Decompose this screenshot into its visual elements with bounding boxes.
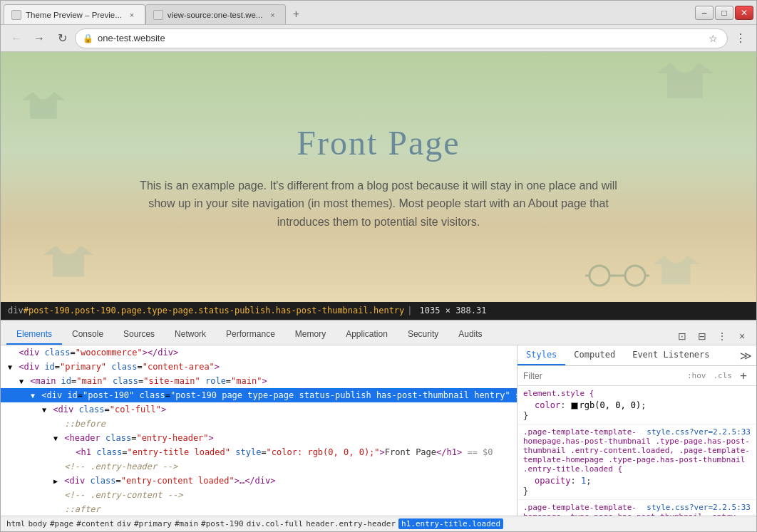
cls-button[interactable]: .cls <box>714 371 733 380</box>
hero-section: Front Page This is an example page. It's… <box>1 52 756 302</box>
elements-line[interactable]: ::before <box>1 417 517 431</box>
minimize-button[interactable]: – <box>695 6 714 20</box>
devtools-main-area: <div class="woocommerce"></div> <div id=… <box>1 345 756 516</box>
toolbar: ← → ↻ 🔒 one-test.website ☆ ⋮ <box>1 25 756 52</box>
title-bar: Theme Preview – Previe... × view-source:… <box>1 1 756 25</box>
style-close-brace: } <box>523 411 751 421</box>
devtools-tab-bar: Elements Console Sources Network Perform… <box>1 321 756 345</box>
styles-more-icon[interactable]: ≫ <box>740 349 752 363</box>
devtools-tab-application[interactable]: Application <box>336 325 398 345</box>
elements-line[interactable]: ::after <box>1 502 517 516</box>
triangle-icon <box>52 433 59 444</box>
tab-1[interactable]: Theme Preview – Previe... × <box>4 4 145 24</box>
devtools-panel: Elements Console Sources Network Perform… <box>1 320 756 531</box>
breadcrumb-post190[interactable]: #post-190 <box>201 519 244 528</box>
elements-line[interactable]: <div class="col-full"> <box>1 402 517 417</box>
element-info-bar: div#post-190.post-190.page.type-page.sta… <box>1 302 756 320</box>
style-source-2: style.css?ver=2.2.5:33 <box>647 503 751 512</box>
devtools-tab-audits[interactable]: Audits <box>448 325 492 345</box>
styles-tab-event-listeners[interactable]: Event Listeners <box>624 345 718 365</box>
elements-panel: <div class="woocommerce"></div> <div id=… <box>1 345 517 516</box>
elements-line[interactable]: <div class="entry-content loaded">…</div… <box>1 474 517 488</box>
reload-button[interactable]: ↻ <box>52 28 72 48</box>
extensions-icon[interactable]: ⋮ <box>731 28 751 48</box>
bookmark-icon[interactable]: ☆ <box>706 31 720 46</box>
page-title: Front Page <box>297 123 460 162</box>
devtools-tab-elements[interactable]: Elements <box>6 325 62 345</box>
triangle-icon <box>52 476 59 486</box>
address-bar[interactable]: 🔒 one-test.website ☆ <box>75 28 728 48</box>
triangle-icon <box>29 390 36 401</box>
elements-line-h1[interactable]: <h1 class="entry-title loaded" style="co… <box>1 445 517 459</box>
breadcrumb-primary[interactable]: #primary <box>134 519 172 528</box>
add-style-icon[interactable]: + <box>736 369 751 383</box>
elements-line[interactable]: <div id="primary" class="content-area"> <box>1 360 517 374</box>
styles-tab-bar: Styles Computed Event Listeners ≫ <box>517 345 756 366</box>
devtools-panel-icons: ⊡ ⊟ ⋮ × <box>674 328 751 345</box>
style-close-brace-1: } <box>523 486 751 496</box>
back-button[interactable]: ← <box>6 28 26 48</box>
forward-button[interactable]: → <box>29 28 49 48</box>
tab-favicon-1 <box>11 10 21 20</box>
tab-2[interactable]: view-source:one-test.we... × <box>145 4 287 24</box>
triangle-icon <box>41 405 48 415</box>
devtools-undock-icon[interactable]: ⊟ <box>694 328 711 345</box>
devtools-tab-security[interactable]: Security <box>398 325 448 345</box>
style-property-opacity: opacity: 1; <box>523 475 751 486</box>
style-selector: element.style { <box>523 389 751 398</box>
breadcrumb-content[interactable]: #content <box>76 519 114 528</box>
tab-favicon-2 <box>153 10 163 20</box>
elements-line[interactable]: <!-- .entry-content --> <box>1 488 517 502</box>
style-block-2: style.css?ver=2.2.5:33 .page-template-te… <box>517 500 756 516</box>
viewport: Front Page This is an example page. It's… <box>1 52 756 531</box>
styles-filter-bar: :hov .cls + <box>517 366 756 386</box>
devtools-tab-console[interactable]: Console <box>62 325 113 345</box>
address-icons: ☆ <box>706 31 720 46</box>
element-bar-classes: .post-190.page.type-page.status-publish.… <box>70 306 405 315</box>
address-text: one-test.website <box>98 33 701 43</box>
styles-filter-input[interactable] <box>523 371 680 381</box>
elements-line[interactable]: <header class="entry-header"> <box>1 431 517 445</box>
breadcrumb-entry-header[interactable]: header.entry-header <box>306 519 396 528</box>
tab-close-2[interactable]: × <box>267 9 278 21</box>
styles-tab-styles[interactable]: Styles <box>517 345 565 365</box>
page-description: This is an example page. It's different … <box>129 177 628 231</box>
toolbar-icons: ⋮ <box>731 28 751 48</box>
breadcrumb-h1-selected[interactable]: h1.entry-title.loaded <box>398 518 503 529</box>
devtools-tab-network[interactable]: Network <box>165 325 216 345</box>
triangle-icon <box>6 362 14 372</box>
element-bar-id: #post-190 <box>24 306 70 315</box>
styles-panel: Styles Computed Event Listeners ≫ :hov .… <box>517 345 756 516</box>
tab-title-1: Theme Preview – Previe... <box>26 11 122 19</box>
devtools-menu-icon[interactable]: ⋮ <box>714 328 731 345</box>
devtools-close-icon[interactable]: × <box>733 328 751 345</box>
tab-strip: Theme Preview – Previe... × view-source:… <box>4 1 689 24</box>
breadcrumb-main[interactable]: #main <box>175 519 198 528</box>
breadcrumb-page[interactable]: #page <box>50 519 73 528</box>
style-block-1: style.css?ver=2.2.5:33 .page-template-te… <box>517 424 756 500</box>
breadcrumb-div[interactable]: div <box>117 519 131 528</box>
tab-close-1[interactable]: × <box>126 9 138 21</box>
element-style-block: element.style { color: rgb(0, 0, 0); } <box>517 386 756 424</box>
devtools-tab-memory[interactable]: Memory <box>285 325 336 345</box>
breadcrumb-html[interactable]: html <box>6 519 26 528</box>
styles-tab-computed[interactable]: Computed <box>565 345 624 365</box>
elements-line-selected[interactable]: <div id="post-190" class="post-190 page … <box>1 388 517 402</box>
breadcrumb-body[interactable]: body <box>29 519 48 528</box>
elements-line[interactable]: <div class="woocommerce"></div> <box>1 345 517 360</box>
devtools-tab-performance[interactable]: Performance <box>216 325 285 345</box>
elements-line[interactable]: <!-- .entry-header --> <box>1 459 517 474</box>
maximize-button[interactable]: □ <box>715 6 733 20</box>
hov-button[interactable]: :hov <box>687 371 706 380</box>
element-bar-prefix: div <box>8 306 24 315</box>
style-property: color: rgb(0, 0, 0); <box>523 400 751 411</box>
devtools-dock-icon[interactable]: ⊡ <box>674 328 691 345</box>
close-button[interactable]: ✕ <box>735 6 753 20</box>
color-swatch <box>571 402 578 410</box>
website-content: Front Page This is an example page. It's… <box>1 52 756 302</box>
breadcrumb-col-full[interactable]: div.col-full <box>247 519 303 528</box>
style-selector-2: style.css?ver=2.2.5:33 .page-template-te… <box>523 503 751 516</box>
elements-line[interactable]: <main id="main" class="site-main" role="… <box>1 374 517 388</box>
devtools-tab-sources[interactable]: Sources <box>113 325 165 345</box>
new-tab-button[interactable]: + <box>286 4 306 24</box>
